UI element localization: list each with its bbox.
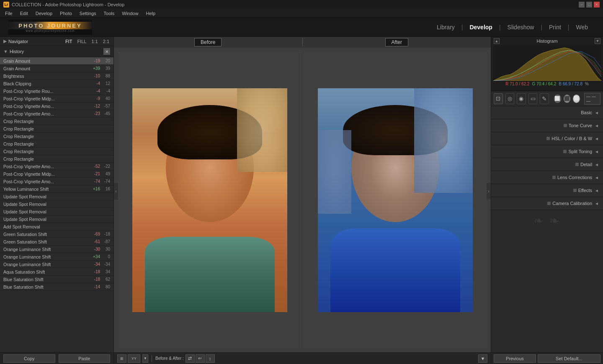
history-item-23[interactable]: Green Saturation Shift-69-18 [0, 231, 113, 238]
history-item-values: -4-4 [89, 89, 110, 93]
adjustment-brush-tool[interactable]: ✎ [540, 93, 549, 104]
grid-view-button[interactable]: ⊞ [117, 354, 126, 363]
history-item-8[interactable]: Crop Rectangle [0, 118, 113, 125]
color-swatch-white[interactable]: ⬜ [573, 95, 580, 103]
panel-collapse-button[interactable]: ▼ [478, 354, 487, 363]
menu-tools[interactable]: Tools [100, 10, 118, 17]
history-item-val1: -4 [92, 89, 100, 93]
menu-settings[interactable]: Settings [76, 10, 100, 17]
menu-file[interactable]: File [2, 10, 16, 17]
history-item-14[interactable]: Post-Crop Vignette Amo...-52-22 [0, 163, 113, 170]
history-item-6[interactable]: Post-Crop Vignette Amo...-12-57 [0, 103, 113, 110]
left-panel-collapse[interactable]: ‹ [114, 183, 118, 200]
history-item-4[interactable]: Post-Crop Vignette Rou...-4-4 [0, 87, 113, 95]
history-item-22[interactable]: Add Spot Removal [0, 223, 113, 231]
yy-view-button[interactable]: YY [128, 354, 140, 363]
previous-button[interactable]: Previous [494, 354, 536, 363]
nav-library[interactable]: Library [430, 22, 461, 32]
zoom-fit[interactable]: FIT [64, 39, 73, 44]
histogram-menu[interactable]: ▼ [595, 38, 600, 44]
color-swatch-neutral[interactable]: ⬜ [554, 95, 561, 103]
history-item-27[interactable]: Orange Luminance Shift-34-34 [0, 261, 113, 268]
before-image-frame [118, 52, 301, 348]
maximize-button[interactable]: □ [586, 2, 592, 8]
history-item-26[interactable]: Orange Luminance Shift+340 [0, 253, 113, 261]
copy-from-before[interactable]: ⇐ [196, 354, 205, 363]
history-item-25[interactable]: Orange Luminance Shift-3030 [0, 246, 113, 253]
navigator-toggle[interactable]: ▶ Navigator [3, 38, 28, 44]
history-item-11[interactable]: Crop Rectangle [0, 140, 113, 148]
menu-develop[interactable]: Develop [32, 10, 56, 17]
gradient-tool[interactable]: ▭ [528, 93, 538, 104]
basic-section: Basic ◄ [491, 106, 603, 119]
hsl-header[interactable]: HSL / Color / B & W ◄ [491, 132, 603, 145]
effects-header[interactable]: Effects ◄ [491, 184, 603, 197]
lens-corrections-header[interactable]: Lens Corrections ◄ [491, 171, 603, 184]
history-item-13[interactable]: Crop Rectangle [0, 155, 113, 163]
bottom-toolbar: ⊞ YY ▼ Before & After : ⇄ ⇐ ↕ ▼ [114, 352, 491, 364]
history-item-0[interactable]: Grain Amount-1920 [0, 57, 113, 65]
swap-button[interactable]: ⇄ [186, 354, 195, 363]
history-item-1[interactable]: Grain Amount+3939 [0, 65, 113, 72]
menu-photo[interactable]: Photo [57, 10, 75, 17]
history-item-12[interactable]: Crop Rectangle [0, 148, 113, 155]
close-button[interactable]: ✕ [594, 2, 600, 8]
split-toning-header[interactable]: Split Toning ◄ [491, 145, 603, 158]
history-item-5[interactable]: Post-Crop Vignette Midp...-940 [0, 95, 113, 103]
nav-print[interactable]: Print [542, 22, 568, 32]
history-item-2[interactable]: Brightness-1088 [0, 72, 113, 80]
history-item-29[interactable]: Blue Saturation Shift-1862 [0, 276, 113, 283]
history-item-10[interactable]: Crop Rectangle [0, 133, 113, 140]
history-item-3[interactable]: Black Clipping-412 [0, 80, 113, 87]
history-item-24[interactable]: Green Saturation Shift-61-87 [0, 238, 113, 246]
history-item-16[interactable]: Post-Crop Vignette Amo...-74-74 [0, 178, 113, 185]
history-close-button[interactable]: ✕ [103, 48, 110, 55]
detail-header[interactable]: Detail ◄ [491, 158, 603, 171]
history-item-19[interactable]: Update Spot Removal [0, 200, 113, 208]
view-dropdown[interactable]: ▼ [142, 354, 148, 363]
history-toggle[interactable]: ▼ History [3, 49, 24, 54]
menu-help[interactable]: Help [142, 10, 159, 17]
history-item-18[interactable]: Update Spot Removal [0, 193, 113, 200]
color-swatch-gray[interactable]: ⬛ [564, 95, 571, 103]
b-value: B 66.9 / 72.8 [559, 82, 582, 86]
history-item-9[interactable]: Crop Rectangle [0, 125, 113, 133]
copy-to-before[interactable]: ↕ [206, 354, 215, 363]
wb-selector[interactable]: — — — [584, 93, 600, 105]
nav-web[interactable]: Web [569, 22, 595, 32]
redeye-tool[interactable]: ◉ [517, 93, 526, 104]
menu-edit[interactable]: Edit [17, 10, 31, 17]
spot-removal-tool[interactable]: ◎ [505, 93, 515, 104]
minimize-button[interactable]: − [579, 2, 585, 8]
set-default-button[interactable]: Set Default... [538, 354, 600, 363]
history-item-17[interactable]: Yellow Luminance Shift+1616 [0, 185, 113, 193]
history-item-values: -1920 [89, 59, 110, 63]
history-item-7[interactable]: Post-Crop Vignette Amo...-23-45 [0, 110, 113, 118]
basic-section-header[interactable]: Basic ◄ [491, 106, 603, 119]
hsl-section: HSL / Color / B & W ◄ [491, 132, 603, 145]
nav-develop[interactable]: Develop [463, 22, 499, 32]
history-item-name: Crop Rectangle [3, 134, 110, 139]
nav-slideshow[interactable]: Slideshow [501, 22, 541, 32]
zoom-1-1[interactable]: 1:1 [90, 39, 98, 44]
history-item-21[interactable]: Update Spot Removal [0, 215, 113, 223]
tone-curve-header[interactable]: Tone Curve ◄ [491, 119, 603, 132]
history-item-val2: 30 [102, 247, 110, 251]
history-item-name: Update Spot Removal [3, 194, 110, 199]
zoom-2-1[interactable]: 2:1 [102, 39, 110, 44]
paste-button[interactable]: Paste [59, 354, 111, 363]
crop-tool[interactable]: ⊡ [494, 93, 503, 104]
zoom-fill[interactable]: FILL [76, 39, 87, 44]
history-item-28[interactable]: Aqua Saturation Shift-1834 [0, 268, 113, 276]
right-panel-collapse[interactable]: › [487, 183, 491, 200]
history-item-val2: 12 [102, 81, 110, 86]
history-label: History [10, 49, 24, 54]
copy-button[interactable]: Copy [3, 354, 55, 363]
history-item-15[interactable]: Post-Crop Vignette Midp...-2149 [0, 170, 113, 178]
histogram-scroll-up[interactable]: ▲ [494, 38, 500, 44]
camera-calibration-header[interactable]: Camera Calibration ◄ [491, 197, 603, 210]
history-item-20[interactable]: Update Spot Removal [0, 208, 113, 215]
menu-window[interactable]: Window [119, 10, 142, 17]
history-item-values: -23-45 [89, 111, 110, 116]
history-item-30[interactable]: Blue Saturation Shift-1480 [0, 283, 113, 291]
